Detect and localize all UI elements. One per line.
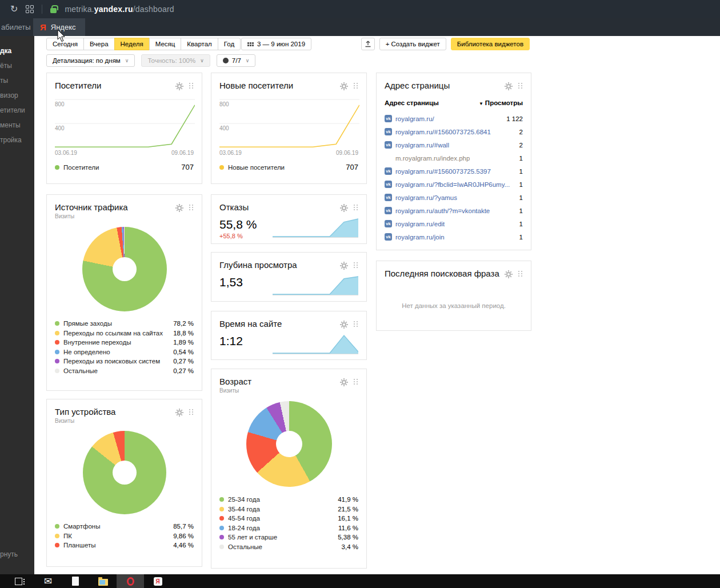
legend-value: 0,27 %	[173, 367, 194, 374]
drag-handle-icon[interactable]	[354, 262, 358, 269]
new-visitors-line-chart: 800400	[211, 90, 366, 151]
age-legend: 25-34 года41,9 %35-44 года21,5 %45-54 го…	[211, 495, 366, 551]
opera-icon[interactable]	[117, 574, 144, 588]
legend-item[interactable]: 25-34 года41,9 %	[219, 495, 358, 505]
legend-item[interactable]: Остальные3,4 %	[219, 542, 358, 552]
mail-icon[interactable]: ✉	[34, 574, 62, 588]
drag-handle-icon[interactable]	[354, 205, 358, 211]
sidebar-item[interactable]: етители	[0, 103, 34, 118]
page-url-link[interactable]: royalgram.ru/auth/?m=vkontakte	[395, 207, 490, 214]
widget-title: Возраст	[219, 377, 340, 386]
file-explorer-icon[interactable]	[89, 574, 117, 588]
page-url-link[interactable]: royalgram.ru/#wall	[395, 142, 449, 149]
legend-item[interactable]: Внутренние переходы1,89 %	[55, 338, 194, 347]
table-row: vkroyalgram.ru/join1	[385, 230, 523, 243]
gear-icon[interactable]	[505, 82, 513, 90]
drag-handle-icon[interactable]	[518, 271, 523, 278]
legend-item[interactable]: Переходы по ссылкам на сайтах18,8 %	[55, 329, 194, 338]
legend-item[interactable]: 35-44 года21,5 %	[219, 505, 358, 514]
sidebar-item[interactable]: ёты	[0, 58, 34, 73]
traffic-source-legend: Прямые заходы78,2 %Переходы по ссылкам н…	[47, 319, 202, 375]
address-bar[interactable]: metrika.yandex.ru/dashboard	[65, 5, 174, 14]
drag-handle-icon[interactable]	[354, 379, 358, 386]
page-url-link[interactable]: royalgram.ru/#1560073725.5397	[395, 168, 491, 175]
date-range-button[interactable]: 3 — 9 июн 2019	[241, 38, 311, 50]
page-url-link[interactable]: royalgram.ru/?yamus	[395, 194, 457, 201]
drag-handle-icon[interactable]	[189, 83, 194, 90]
export-button[interactable]	[361, 38, 375, 50]
sidebar-item[interactable]: визор	[0, 88, 34, 103]
accuracy-select[interactable]: Точность: 100%∨	[141, 54, 210, 67]
drag-handle-icon[interactable]	[354, 321, 358, 328]
legend-dot	[55, 350, 59, 354]
page-url-link[interactable]: m.royalgram.ru/index.php	[395, 155, 470, 162]
legend-value: 41,9 %	[338, 496, 358, 503]
screen: ↻ metrika.yandex.ru/dashboard абилеты Я …	[0, 0, 720, 588]
detalization-select[interactable]: Детализация: по дням∨	[46, 54, 135, 67]
legend-item-visitors[interactable]: Посетители 707	[47, 156, 202, 171]
vk-icon: vk	[385, 220, 392, 227]
drag-handle-icon[interactable]	[189, 409, 194, 416]
drag-handle-icon[interactable]	[189, 205, 194, 211]
sidebar-item[interactable]: ты	[0, 73, 34, 88]
legend-label: Остальные	[228, 543, 262, 550]
yandex-browser-icon[interactable]: Я	[144, 574, 171, 588]
legend-item[interactable]: 45-54 года16,1 %	[219, 514, 358, 523]
legend-item[interactable]: ПК9,86 %	[55, 531, 194, 541]
tab-partial[interactable]: абилеты	[0, 23, 32, 31]
legend-dot	[219, 516, 224, 521]
views-count: 2	[515, 142, 523, 149]
legend-label: Смартфоны	[63, 523, 101, 530]
legend-dot	[219, 526, 224, 530]
period-button[interactable]: Месяц	[149, 38, 182, 50]
period-button[interactable]: Вчера	[83, 38, 114, 50]
sidebar-item[interactable]: менты	[0, 118, 34, 133]
page-url-link[interactable]: royalgram.ru/#1560073725.6841	[395, 129, 491, 135]
page-url-link[interactable]: royalgram.ru/join	[395, 234, 445, 241]
legend-item[interactable]: Прямые заходы78,2 %	[55, 319, 194, 329]
page-url-link[interactable]: royalgram.ru/	[395, 115, 434, 122]
legend-item-new-visitors[interactable]: Новые посетители 707	[211, 156, 366, 171]
notepad-icon[interactable]	[62, 574, 89, 588]
ssl-lock-icon[interactable]	[50, 8, 57, 13]
sidebar-item[interactable]: тройка	[0, 133, 34, 147]
legend-value: 16,1 %	[338, 515, 358, 522]
comments-select[interactable]: 7/7∨	[217, 54, 256, 67]
gear-icon[interactable]	[175, 409, 183, 417]
legend-value: 0,54 %	[173, 349, 194, 355]
gear-icon[interactable]	[175, 204, 183, 212]
sidebar-collapse-button[interactable]: рнуть	[0, 550, 18, 558]
legend-value: 707	[346, 163, 358, 171]
legend-item[interactable]: 18-24 года11,6 %	[219, 523, 358, 533]
legend-item[interactable]: Остальные0,27 %	[55, 366, 194, 376]
legend-item[interactable]: 55 лет и старше5,38 %	[219, 533, 358, 542]
svg-text:400: 400	[55, 125, 65, 131]
vk-icon: vk	[385, 194, 392, 201]
column-header-views[interactable]: ▼Просмотры	[479, 99, 523, 106]
page-url-link[interactable]: royalgram.ru/edit	[395, 221, 445, 227]
gear-icon[interactable]	[175, 82, 183, 90]
gear-icon[interactable]	[340, 378, 348, 386]
period-button[interactable]: Квартал	[181, 38, 218, 50]
legend-item[interactable]: Смартфоны85,7 %	[55, 522, 194, 531]
period-button[interactable]: Неделя	[114, 38, 150, 50]
task-view-icon[interactable]	[5, 574, 32, 588]
reload-icon[interactable]: ↻	[10, 5, 18, 14]
legend-item[interactable]: Переходы из поисковых систем0,27 %	[55, 357, 194, 366]
column-header-url[interactable]: Адрес страницы	[385, 99, 439, 106]
widget-library-button[interactable]: Библиотека виджетов	[451, 38, 530, 50]
legend-item[interactable]: Не определено0,54 %	[55, 347, 194, 357]
speed-dial-icon[interactable]	[26, 5, 34, 13]
gear-icon[interactable]	[505, 270, 513, 278]
create-widget-button[interactable]: + Создать виджет	[379, 38, 446, 50]
gear-icon[interactable]	[340, 82, 348, 90]
taskbar: ✉ Я	[0, 574, 720, 588]
sidebar-item[interactable]: дка	[0, 43, 34, 58]
page-url-link[interactable]: royalgram.ru/?fbclid=IwAR0JHP6umy...	[395, 181, 510, 188]
drag-handle-icon[interactable]	[518, 83, 523, 90]
widget-title: Источник трафика	[55, 202, 175, 212]
legend-item[interactable]: Планшеты4,46 %	[55, 541, 194, 550]
drag-handle-icon[interactable]	[354, 83, 358, 90]
period-button[interactable]: Год	[218, 38, 241, 50]
legend-value: 3,4 %	[342, 543, 358, 550]
